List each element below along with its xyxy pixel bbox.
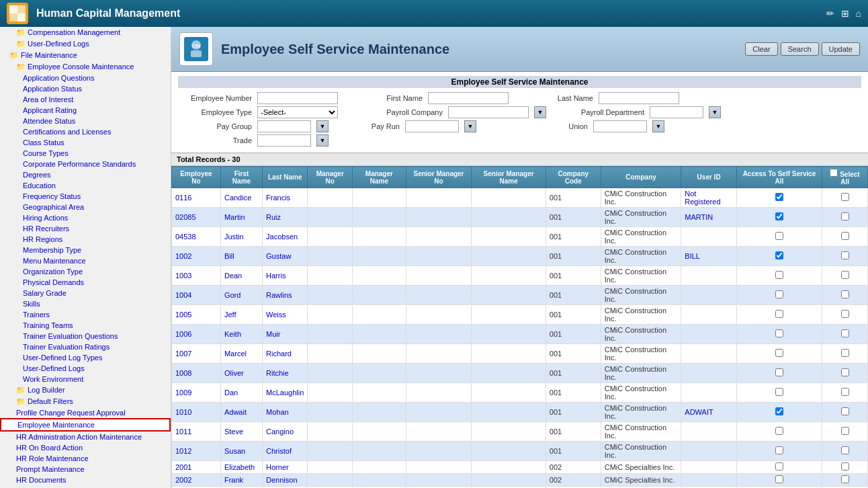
table-cell[interactable] <box>822 474 868 487</box>
table-cell[interactable] <box>822 364 868 383</box>
sidebar-item-hr-on-board[interactable]: HR On Board Action <box>0 442 171 453</box>
payroll-dept-scroll[interactable]: ▼ <box>709 106 721 118</box>
table-cell[interactable] <box>822 422 868 442</box>
table-cell[interactable] <box>822 383 868 403</box>
home-icon[interactable]: ⌂ <box>856 8 861 19</box>
sidebar-item-user-defined-log-types[interactable]: User-Defined Log Types <box>0 352 171 363</box>
table-cell[interactable]: 1007 <box>172 344 221 364</box>
table-cell[interactable]: 02085 <box>172 208 221 227</box>
payroll-company-input[interactable] <box>448 106 529 118</box>
sidebar-item-course-types[interactable]: Course Types <box>0 148 171 159</box>
row-checkbox[interactable] <box>775 407 783 415</box>
sidebar-item-class-status[interactable]: Class Status <box>0 137 171 148</box>
table-cell[interactable]: Candice <box>220 188 262 208</box>
sidebar-item-user-defined-logs2[interactable]: User-Defined Logs <box>0 363 171 374</box>
table-cell[interactable]: Richard <box>263 344 308 364</box>
row-checkbox[interactable] <box>775 475 783 483</box>
select-all-checkbox[interactable] <box>830 169 838 177</box>
clear-button[interactable]: Clear <box>745 42 777 56</box>
sidebar-item-trainer-eval-ratings[interactable]: Trainer Evaluation Ratings <box>0 341 171 352</box>
sidebar-item-hr-role-maintenance[interactable]: HR Role Maintenance <box>0 453 171 464</box>
table-cell[interactable] <box>822 188 868 208</box>
row-checkbox[interactable] <box>841 232 849 240</box>
table-cell[interactable]: MARTIN <box>681 208 737 227</box>
table-cell[interactable]: Not Registered <box>681 188 737 208</box>
table-cell[interactable] <box>822 403 868 422</box>
sidebar-item-profile-change-approval[interactable]: Profile Change Request Approval <box>0 407 171 418</box>
search-button[interactable]: Search <box>781 42 819 56</box>
table-cell[interactable]: Gustaw <box>263 247 308 266</box>
table-cell[interactable] <box>736 364 822 383</box>
table-cell[interactable]: Steve <box>220 422 262 442</box>
employee-type-select[interactable]: -Select- <box>257 106 338 118</box>
table-cell[interactable] <box>736 286 822 305</box>
sidebar-item-salary-grade[interactable]: Salary Grade <box>0 288 171 298</box>
sidebar-item-hr-recruiters[interactable]: HR Recruiters <box>0 223 171 234</box>
table-cell[interactable]: Frank <box>220 474 262 487</box>
table-cell[interactable]: 1006 <box>172 325 221 344</box>
employee-number-input[interactable] <box>257 92 338 104</box>
sidebar-item-menu-maintenance[interactable]: Menu Maintenance <box>0 255 171 266</box>
table-cell[interactable] <box>822 266 868 286</box>
table-cell[interactable]: 2002 <box>172 474 221 487</box>
table-cell[interactable] <box>736 461 822 474</box>
update-button[interactable]: Update <box>822 42 860 56</box>
table-row[interactable]: 0116CandiceFrancis001CMiC Construction I… <box>172 188 868 208</box>
union-scroll[interactable]: ▼ <box>652 120 664 132</box>
table-cell[interactable] <box>822 227 868 247</box>
table-cell[interactable]: McLaughlin <box>263 383 308 403</box>
table-cell[interactable]: Ritchie <box>263 364 308 383</box>
table-cell[interactable]: Bill <box>220 247 262 266</box>
row-checkbox[interactable] <box>775 310 783 318</box>
sidebar-item-trainers[interactable]: Trainers <box>0 309 171 320</box>
table-cell[interactable] <box>681 286 737 305</box>
table-cell[interactable] <box>736 188 822 208</box>
table-cell[interactable]: Dennison <box>263 474 308 487</box>
table-cell[interactable] <box>681 461 737 474</box>
table-cell[interactable]: Ruiz <box>263 208 308 227</box>
table-cell[interactable]: Mohan <box>263 403 308 422</box>
col-header-select-all[interactable]: Select All <box>822 167 868 188</box>
table-row[interactable]: 1012SusanChristof001CMiC Construction In… <box>172 442 868 461</box>
last-name-input[interactable] <box>599 92 679 104</box>
sidebar-item-frequency-status[interactable]: Frequency Status <box>0 191 171 202</box>
table-cell[interactable]: 1008 <box>172 364 221 383</box>
sidebar-item-physical-demands[interactable]: Physical Demands <box>0 277 171 288</box>
sidebar-item-organization-type[interactable]: Organization Type <box>0 266 171 277</box>
table-row[interactable]: 1002BillGustaw001CMiC Construction Inc.B… <box>172 247 868 266</box>
table-cell[interactable]: Adwait <box>220 403 262 422</box>
table-cell[interactable]: BILL <box>681 247 737 266</box>
row-checkbox[interactable] <box>775 388 783 396</box>
export-icon[interactable]: ⊞ <box>841 8 849 19</box>
table-cell[interactable] <box>681 344 737 364</box>
table-cell[interactable]: Christof <box>263 442 308 461</box>
row-checkbox[interactable] <box>775 193 783 201</box>
table-cell[interactable] <box>736 208 822 227</box>
payroll-dept-input[interactable] <box>650 106 703 118</box>
table-cell[interactable] <box>681 325 737 344</box>
table-cell[interactable] <box>822 247 868 266</box>
sidebar-item-employee-maintenance[interactable]: Employee Maintenance <box>0 418 171 432</box>
sidebar-item-area-of-interest[interactable]: Area of Interest <box>0 94 171 105</box>
table-cell[interactable]: Elizabeth <box>220 461 262 474</box>
row-checkbox[interactable] <box>841 329 849 337</box>
row-checkbox[interactable] <box>841 271 849 279</box>
table-cell[interactable]: 1010 <box>172 403 221 422</box>
table-cell[interactable]: Oliver <box>220 364 262 383</box>
table-row[interactable]: 1009DanMcLaughlin001CMiC Construction In… <box>172 383 868 403</box>
sidebar-item-corp-perf-standards[interactable]: Corporate Performance Standards <box>0 159 171 169</box>
table-cell[interactable] <box>681 227 737 247</box>
table-cell[interactable]: Rawlins <box>263 286 308 305</box>
sidebar-item-degrees[interactable]: Degrees <box>0 169 171 180</box>
sidebar-item-hiring-actions[interactable]: Hiring Actions <box>0 212 171 223</box>
pay-group-scroll[interactable]: ▼ <box>316 120 329 132</box>
row-checkbox[interactable] <box>841 290 849 298</box>
table-cell[interactable]: 2001 <box>172 461 221 474</box>
row-checkbox[interactable] <box>775 446 783 454</box>
sidebar-item-hr-regions[interactable]: HR Regions <box>0 234 171 245</box>
row-checkbox[interactable] <box>841 427 849 435</box>
union-input[interactable] <box>593 120 647 132</box>
row-checkbox[interactable] <box>841 212 849 220</box>
table-cell[interactable] <box>822 344 868 364</box>
sidebar-item-hr-documents[interactable]: HR Documents <box>0 475 171 485</box>
